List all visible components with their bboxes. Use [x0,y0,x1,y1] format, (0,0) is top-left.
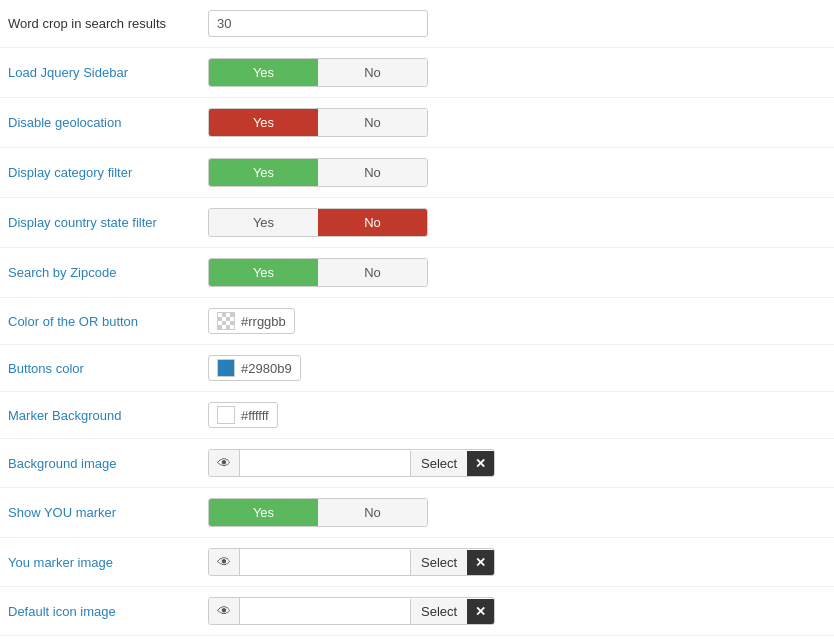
label-marker-bg: Marker Background [0,392,200,439]
settings-row-search-zipcode: Search by ZipcodeYesNo [0,248,834,298]
eye-button-default-icon-image[interactable]: 👁 [209,598,240,624]
control-search-zipcode: YesNo [200,248,834,298]
toggle-no-display-category[interactable]: No [318,159,427,186]
label-word-crop: Word crop in search results [0,0,200,48]
clear-button-you-marker-image[interactable]: ✕ [467,550,494,575]
settings-row-display-country: Display country state filterYesNo [0,198,834,248]
toggle-no-disable-geo[interactable]: No [318,109,427,136]
eye-button-background-image[interactable]: 👁 [209,450,240,476]
color-swatch-buttons-color [217,359,235,377]
settings-row-load-jquery: Load Jquery SidebarYesNo [0,48,834,98]
color-value-buttons-color: #2980b9 [241,361,292,376]
clear-button-default-icon-image[interactable]: ✕ [467,599,494,624]
label-search-zipcode: Search by Zipcode [0,248,200,298]
control-disable-geo: YesNo [200,98,834,148]
label-helper-override: Helper Override [0,636,200,645]
toggle-display-category: YesNo [208,158,428,187]
settings-row-or-button-color: Color of the OR button#rrggbb [0,298,834,345]
label-background-image: Background image [0,439,200,488]
color-picker-buttons-color[interactable]: #2980b9 [208,355,301,381]
file-group-background-image: 👁Select✕ [208,449,495,477]
toggle-yes-display-country[interactable]: Yes [209,209,318,236]
file-input-you-marker-image[interactable] [240,550,410,575]
file-group-default-icon-image: 👁Select✕ [208,597,495,625]
label-default-icon-image: Default icon image [0,587,200,636]
control-word-crop [200,0,834,48]
toggle-yes-load-jquery[interactable]: Yes [209,59,318,86]
toggle-no-load-jquery[interactable]: No [318,59,427,86]
color-swatch-or-button-color [217,312,235,330]
toggle-show-you-marker: YesNo [208,498,428,527]
control-load-jquery: YesNo [200,48,834,98]
label-disable-geo: Disable geolocation [0,98,200,148]
file-group-you-marker-image: 👁Select✕ [208,548,495,576]
label-display-category: Display category filter [0,148,200,198]
select-button-default-icon-image[interactable]: Select [410,599,467,624]
settings-row-show-you-marker: Show YOU markerYesNo [0,488,834,538]
label-load-jquery: Load Jquery Sidebar [0,48,200,98]
toggle-no-display-country[interactable]: No [318,209,427,236]
toggle-disable-geo: YesNo [208,108,428,137]
settings-row-background-image: Background image👁Select✕ [0,439,834,488]
toggle-yes-display-category[interactable]: Yes [209,159,318,186]
settings-row-disable-geo: Disable geolocationYesNo [0,98,834,148]
label-show-you-marker: Show YOU marker [0,488,200,538]
toggle-no-search-zipcode[interactable]: No [318,259,427,286]
control-display-category: YesNo [200,148,834,198]
control-buttons-color: #2980b9 [200,345,834,392]
toggle-yes-show-you-marker[interactable]: Yes [209,499,318,526]
settings-row-default-icon-image: Default icon image👁Select✕ [0,587,834,636]
toggle-search-zipcode: YesNo [208,258,428,287]
eye-button-you-marker-image[interactable]: 👁 [209,549,240,575]
settings-row-marker-bg: Marker Background#ffffff [0,392,834,439]
control-or-button-color: #rrggbb [200,298,834,345]
control-background-image: 👁Select✕ [200,439,834,488]
color-swatch-marker-bg [217,406,235,424]
control-you-marker-image: 👁Select✕ [200,538,834,587]
select-button-you-marker-image[interactable]: Select [410,550,467,575]
clear-button-background-image[interactable]: ✕ [467,451,494,476]
file-input-background-image[interactable] [240,451,410,476]
toggle-load-jquery: YesNo [208,58,428,87]
control-helper-override: Great! Override file already generated: … [200,636,834,645]
label-you-marker-image: You marker image [0,538,200,587]
toggle-yes-search-zipcode[interactable]: Yes [209,259,318,286]
settings-row-word-crop: Word crop in search results [0,0,834,48]
label-display-country: Display country state filter [0,198,200,248]
settings-row-you-marker-image: You marker image👁Select✕ [0,538,834,587]
label-or-button-color: Color of the OR button [0,298,200,345]
settings-row-helper-override: Helper OverrideGreat! Override file alre… [0,636,834,645]
control-show-you-marker: YesNo [200,488,834,538]
toggle-display-country: YesNo [208,208,428,237]
color-value-marker-bg: #ffffff [241,408,269,423]
control-marker-bg: #ffffff [200,392,834,439]
control-display-country: YesNo [200,198,834,248]
file-input-default-icon-image[interactable] [240,599,410,624]
color-picker-marker-bg[interactable]: #ffffff [208,402,278,428]
control-default-icon-image: 👁Select✕ [200,587,834,636]
toggle-yes-disable-geo[interactable]: Yes [209,109,318,136]
color-value-or-button-color: #rrggbb [241,314,286,329]
settings-row-display-category: Display category filterYesNo [0,148,834,198]
label-buttons-color: Buttons color [0,345,200,392]
input-word-crop[interactable] [208,10,428,37]
settings-row-buttons-color: Buttons color#2980b9 [0,345,834,392]
color-picker-or-button-color[interactable]: #rrggbb [208,308,295,334]
select-button-background-image[interactable]: Select [410,451,467,476]
settings-table: Word crop in search resultsLoad Jquery S… [0,0,834,644]
toggle-no-show-you-marker[interactable]: No [318,499,427,526]
